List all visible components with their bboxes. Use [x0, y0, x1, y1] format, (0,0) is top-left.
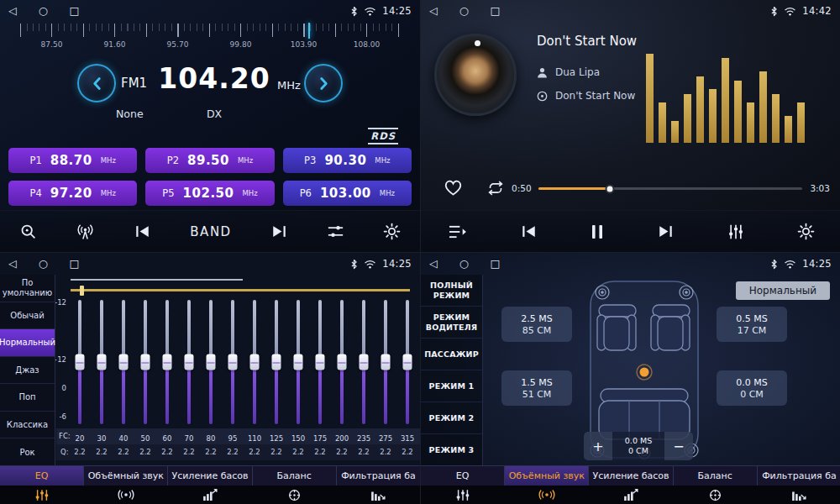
- eq-band[interactable]: 235 2.2: [354, 300, 373, 459]
- home-icon[interactable]: ○: [459, 6, 469, 17]
- eq-slider-handle[interactable]: [272, 354, 281, 370]
- next-station-button[interactable]: [270, 224, 288, 239]
- tune-down-button[interactable]: [77, 64, 116, 102]
- eq-slider-handle[interactable]: [403, 354, 412, 370]
- eq-slider-track[interactable]: [231, 300, 234, 424]
- preset-button[interactable]: P4 97.20 MHz: [8, 181, 137, 206]
- eq-band[interactable]: 40 2.2: [114, 300, 133, 459]
- eq-slider-handle[interactable]: [360, 354, 369, 370]
- eq-slider-handle[interactable]: [228, 354, 238, 370]
- sound-tab[interactable]: Фильтрация ба: [758, 466, 840, 486]
- back-icon[interactable]: ◁: [8, 259, 17, 270]
- preset-button[interactable]: P2 89.50 MHz: [145, 148, 274, 173]
- listening-mode-item[interactable]: РЕЖИМ 3: [421, 434, 482, 466]
- eq-slider-track[interactable]: [384, 300, 387, 424]
- front-left-delay[interactable]: 2.5 MS 85 CM: [501, 307, 572, 342]
- eq-band[interactable]: 275 2.2: [376, 300, 395, 459]
- listening-mode-item[interactable]: РЕЖИМ 1: [421, 370, 482, 402]
- sound-profile-button[interactable]: Нормальный: [736, 281, 830, 300]
- listening-mode-item[interactable]: ПАССАЖИР: [421, 339, 482, 370]
- settings-button[interactable]: [383, 223, 401, 240]
- eq-slider-handle[interactable]: [338, 354, 347, 370]
- preset-button[interactable]: P1 88.70 MHz: [8, 148, 137, 173]
- favorite-button[interactable]: [443, 178, 464, 197]
- pause-button[interactable]: [591, 224, 604, 239]
- increase-delay-button[interactable]: +: [584, 432, 612, 460]
- eq-band[interactable]: 50 2.2: [136, 300, 155, 459]
- eq-slider-track[interactable]: [340, 300, 344, 424]
- home-icon[interactable]: ○: [459, 259, 469, 270]
- preset-button[interactable]: P6 103.00 MHz: [283, 181, 412, 206]
- band-button[interactable]: BAND: [190, 224, 231, 239]
- eq-preset-item[interactable]: Поп: [0, 384, 55, 412]
- eq-band[interactable]: 95 2.2: [223, 300, 242, 459]
- listening-mode-item[interactable]: ПОЛНЫЙ РЕЖИМ: [421, 275, 482, 307]
- surround-tab-icon[interactable]: [84, 486, 168, 504]
- eq-band[interactable]: 110 2.2: [245, 300, 264, 459]
- eq-slider-handle[interactable]: [207, 354, 216, 370]
- repeat-button[interactable]: [485, 180, 507, 197]
- listening-mode-item[interactable]: РЕЖИМ 2: [421, 402, 482, 434]
- eq-slider-handle[interactable]: [163, 354, 172, 370]
- eq-slider-track[interactable]: [362, 300, 365, 424]
- eq-band[interactable]: 125 2.2: [267, 300, 286, 459]
- eq-band[interactable]: 20 2.2: [71, 300, 89, 459]
- preset-button[interactable]: P5 102.50 MHz: [145, 181, 274, 206]
- eq-slider-track[interactable]: [78, 300, 81, 424]
- eq-band[interactable]: 200 2.2: [333, 300, 351, 459]
- preset-button[interactable]: P3 90.30 MHz: [283, 148, 412, 173]
- eq-slider-track[interactable]: [144, 300, 147, 424]
- album-art[interactable]: [434, 34, 517, 116]
- eq-preset-item[interactable]: Джаз: [0, 357, 55, 385]
- progress-knob[interactable]: [605, 184, 614, 193]
- scan-button[interactable]: [19, 223, 37, 240]
- sound-tab[interactable]: Объёмный звук: [84, 466, 168, 486]
- eq-slider-track[interactable]: [100, 300, 103, 424]
- mixer-button[interactable]: [727, 223, 744, 240]
- eq-band[interactable]: 30 2.2: [92, 300, 111, 459]
- sound-tab[interactable]: Усиление басов: [589, 466, 673, 486]
- master-slider-handle[interactable]: [80, 286, 84, 296]
- eq-preset-item[interactable]: Рок: [0, 438, 55, 466]
- eq-band[interactable]: 60 2.2: [158, 300, 176, 459]
- back-icon[interactable]: ◁: [8, 6, 17, 17]
- surround-tab-icon[interactable]: [505, 486, 589, 504]
- rear-right-delay[interactable]: 0.0 MS 0 CM: [717, 370, 787, 406]
- sound-tab[interactable]: Баланс: [674, 466, 758, 486]
- progress-bar[interactable]: [538, 187, 802, 190]
- recents-icon[interactable]: □: [70, 6, 80, 17]
- eq-slider-track[interactable]: [122, 300, 125, 424]
- frequency-ruler[interactable]: 87.5091.6095.7099.80103.90108.00: [0, 23, 420, 56]
- eq-band[interactable]: 80 2.2: [202, 300, 220, 459]
- filter-tab-icon[interactable]: [757, 486, 840, 504]
- recents-icon[interactable]: □: [491, 6, 501, 17]
- eq-preset-item[interactable]: Классика: [0, 412, 55, 439]
- settings-button[interactable]: [797, 223, 815, 240]
- recents-icon[interactable]: □: [491, 259, 501, 270]
- sound-tab[interactable]: Усиление басов: [168, 466, 252, 486]
- balance-tab-icon[interactable]: [252, 486, 336, 504]
- eq-slider-handle[interactable]: [141, 354, 150, 370]
- eq-slider-handle[interactable]: [76, 354, 85, 370]
- playlist-button[interactable]: [448, 224, 467, 239]
- eq-slider-handle[interactable]: [97, 354, 107, 370]
- master-slider[interactable]: [71, 289, 410, 291]
- home-icon[interactable]: ○: [39, 259, 48, 270]
- sound-tab[interactable]: Баланс: [253, 466, 337, 486]
- eq-slider-track[interactable]: [406, 300, 409, 424]
- previous-station-button[interactable]: [134, 224, 151, 239]
- eq-slider-track[interactable]: [209, 300, 213, 424]
- sound-tab[interactable]: Фильтрация ба: [337, 466, 420, 486]
- eq-slider-handle[interactable]: [119, 354, 129, 370]
- eq-slider-track[interactable]: [275, 300, 278, 424]
- sound-tab[interactable]: Объёмный звук: [505, 466, 589, 486]
- recents-icon[interactable]: □: [70, 259, 80, 270]
- eq-slider-handle[interactable]: [316, 354, 325, 370]
- eq-slider-handle[interactable]: [185, 354, 194, 370]
- eq-slider-handle[interactable]: [381, 354, 391, 370]
- home-icon[interactable]: ○: [39, 6, 48, 17]
- eq-slider-track[interactable]: [165, 300, 169, 424]
- eq-tab-icon[interactable]: [0, 486, 84, 504]
- eq-slider-track[interactable]: [187, 300, 191, 424]
- eq-slider-track[interactable]: [297, 300, 300, 424]
